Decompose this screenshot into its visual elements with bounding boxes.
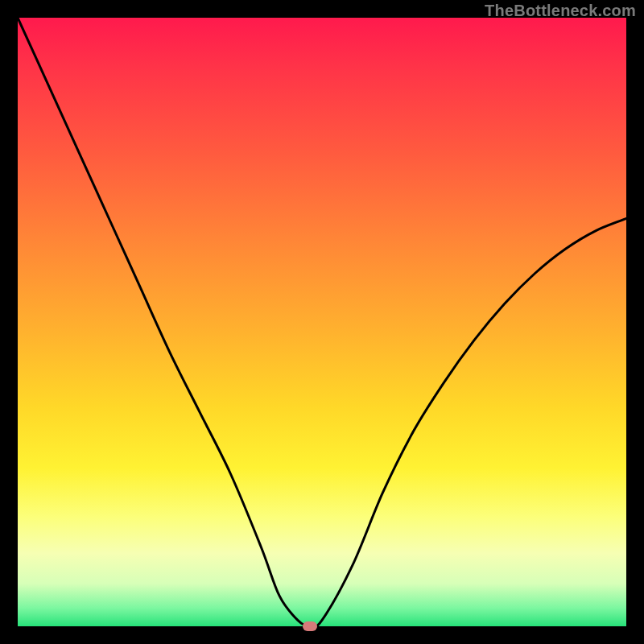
chart-plot-area	[18, 18, 626, 626]
minimum-marker	[303, 621, 317, 631]
